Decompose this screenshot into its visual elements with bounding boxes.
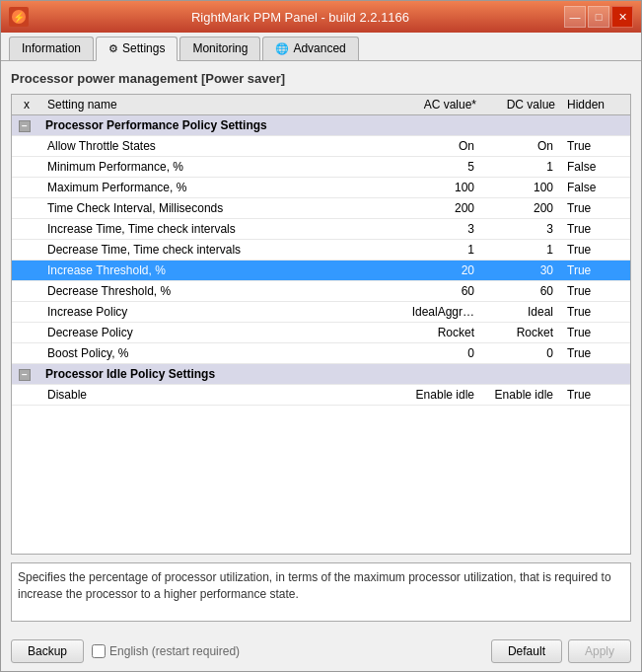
row-dc-value: On	[482, 136, 561, 157]
bottom-left: Backup English (restart required)	[11, 639, 240, 663]
group-collapse-cell[interactable]: −	[12, 115, 41, 136]
language-label: English (restart required)	[109, 644, 240, 658]
tab-information[interactable]: Information	[9, 37, 94, 60]
tab-settings-label: Settings	[122, 41, 165, 55]
description-text: Specifies the percentage of processor ut…	[18, 570, 611, 601]
window-title: RightMark PPM Panel - build 2.2.1166	[36, 10, 564, 25]
tab-settings[interactable]: ⚙ Settings	[96, 37, 178, 61]
table-row[interactable]: Decrease Threshold, %6060True	[12, 281, 630, 302]
col-ac: AC value*	[393, 95, 482, 115]
row-x	[12, 323, 41, 343]
row-ac-value: 200	[393, 198, 482, 219]
section-title: Processor power management [Power saver]	[11, 71, 631, 86]
col-hidden: Hidden	[561, 95, 630, 115]
main-window: ⚡ RightMark PPM Panel - build 2.2.1166 —…	[0, 0, 642, 672]
row-dc-value: 0	[482, 343, 561, 364]
table-row[interactable]: Time Check Interval, Milliseconds200200T…	[12, 198, 630, 219]
row-x	[12, 261, 41, 281]
tab-advanced-label: Advanced	[293, 41, 345, 55]
row-hidden-value: True	[561, 261, 630, 281]
settings-table-container[interactable]: x Setting name AC value* DC value Hidden…	[11, 94, 631, 555]
group-header-processor-performance[interactable]: − Processor Performance Policy Settings	[12, 115, 630, 136]
row-x	[12, 178, 41, 198]
tab-information-label: Information	[22, 41, 81, 55]
row-name: Allow Throttle States	[41, 136, 393, 157]
row-hidden-value: True	[561, 219, 630, 240]
close-button[interactable]: ✕	[611, 6, 633, 28]
row-x	[12, 136, 41, 157]
row-name: Decrease Policy	[41, 323, 393, 343]
row-name: Time Check Interval, Milliseconds	[41, 198, 393, 219]
row-ac-value: IdealAggr…	[393, 302, 482, 323]
col-dc: DC value	[482, 95, 561, 115]
row-ac-value: On	[393, 136, 482, 157]
row-dc-value: 1	[482, 240, 561, 261]
bottom-right: Default Apply	[491, 639, 631, 663]
row-ac-value: 100	[393, 178, 482, 198]
row-x	[12, 281, 41, 302]
row-hidden-value: True	[561, 198, 630, 219]
row-ac-value: 1	[393, 240, 482, 261]
settings-tab-icon: ⚙	[108, 42, 118, 55]
row-name: Maximum Performance, %	[41, 178, 393, 198]
row-hidden-value: True	[561, 343, 630, 364]
backup-button[interactable]: Backup	[11, 639, 84, 663]
table-row[interactable]: Increase PolicyIdealAggr…IdealTrue	[12, 302, 630, 323]
table-row[interactable]: Allow Throttle StatesOnOnTrue	[12, 136, 630, 157]
row-ac-value: 3	[393, 219, 482, 240]
table-row[interactable]: Maximum Performance, %100100False	[12, 178, 630, 198]
minimize-button[interactable]: —	[564, 6, 586, 28]
row-x	[12, 240, 41, 261]
row-name: Minimum Performance, %	[41, 157, 393, 178]
row-name: Increase Threshold, %	[41, 261, 393, 281]
row-ac-value: 0	[393, 343, 482, 364]
bottom-bar: Backup English (restart required) Defaul…	[1, 632, 641, 671]
collapse-icon[interactable]: −	[19, 120, 31, 132]
collapse-icon[interactable]: −	[19, 369, 31, 381]
apply-button[interactable]: Apply	[568, 639, 631, 663]
language-checkbox-label: English (restart required)	[92, 644, 240, 658]
description-area: Specifies the percentage of processor ut…	[11, 562, 631, 622]
row-x	[12, 219, 41, 240]
group-header-processor-idle[interactable]: − Processor Idle Policy Settings	[12, 364, 630, 385]
table-row[interactable]: Increase Time, Time check intervals33Tru…	[12, 219, 630, 240]
row-hidden-value: True	[561, 240, 630, 261]
group-collapse-cell[interactable]: −	[12, 364, 41, 385]
restore-button[interactable]: □	[588, 6, 609, 28]
row-dc-value: Rocket	[482, 323, 561, 343]
row-x	[12, 385, 41, 406]
table-row[interactable]: Boost Policy, %00True	[12, 343, 630, 364]
settings-table: x Setting name AC value* DC value Hidden…	[12, 95, 630, 406]
row-hidden-value: True	[561, 385, 630, 406]
tab-advanced[interactable]: 🌐 Advanced	[262, 37, 358, 60]
row-hidden-value: True	[561, 136, 630, 157]
row-dc-value: 200	[482, 198, 561, 219]
table-row[interactable]: Decrease Time, Time check intervals11Tru…	[12, 240, 630, 261]
tab-bar: Information ⚙ Settings Monitoring 🌐 Adva…	[1, 33, 641, 61]
table-row[interactable]: Decrease PolicyRocketRocketTrue	[12, 323, 630, 343]
row-x	[12, 343, 41, 364]
table-row[interactable]: Minimum Performance, %51False	[12, 157, 630, 178]
row-dc-value: Ideal	[482, 302, 561, 323]
row-name: Boost Policy, %	[41, 343, 393, 364]
table-row[interactable]: Increase Threshold, %2030True	[12, 261, 630, 281]
row-name: Increase Policy	[41, 302, 393, 323]
row-x	[12, 198, 41, 219]
tab-monitoring[interactable]: Monitoring	[179, 37, 260, 60]
row-dc-value: Enable idle	[482, 385, 561, 406]
row-name: Disable	[41, 385, 393, 406]
row-hidden-value: True	[561, 323, 630, 343]
col-x: x	[12, 95, 41, 115]
row-x	[12, 302, 41, 323]
row-ac-value: 60	[393, 281, 482, 302]
window-controls: — □ ✕	[564, 6, 633, 28]
row-dc-value: 30	[482, 261, 561, 281]
row-name: Decrease Threshold, %	[41, 281, 393, 302]
language-checkbox[interactable]	[92, 644, 106, 658]
table-row[interactable]: DisableEnable idleEnable idleTrue	[12, 385, 630, 406]
default-button[interactable]: Default	[491, 639, 562, 663]
row-name: Increase Time, Time check intervals	[41, 219, 393, 240]
table-header-row: x Setting name AC value* DC value Hidden	[12, 95, 630, 115]
svg-text:⚡: ⚡	[13, 11, 26, 24]
row-ac-value: 5	[393, 157, 482, 178]
